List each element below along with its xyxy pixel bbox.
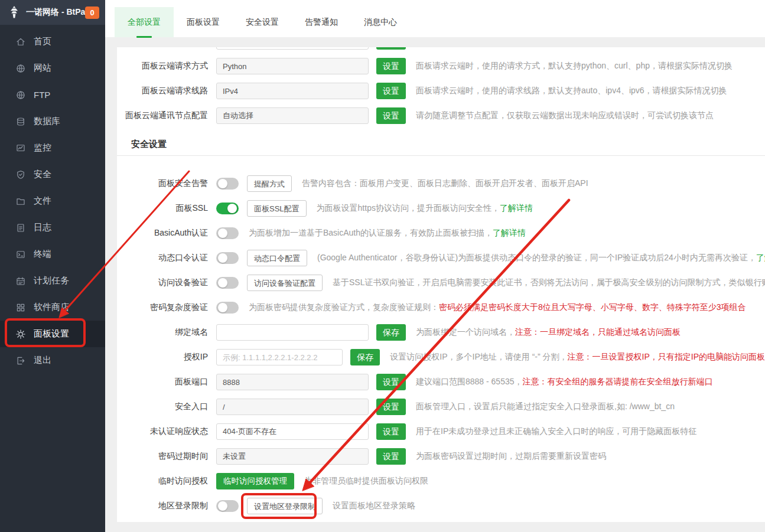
description-segment: 注意：有安全组的服务器请提前在安全组放行新端口 xyxy=(523,377,713,386)
tab-panel-settings[interactable]: 面板设置 xyxy=(174,7,233,37)
sidebar-item-cron[interactable]: 计划任务 xyxy=(0,267,105,294)
password-expire-button[interactable]: 设置 xyxy=(376,448,406,465)
sidebar: 一诺网络 - BtPa... 0 首页网站FTP数据库监控安全文件日志终端计划任… xyxy=(0,0,105,532)
row-label: 安全入口 xyxy=(117,402,208,412)
settings-row-totp-auth: 动态口令认证动态口令配置(Google Authenticator，谷歌身份认证… xyxy=(117,246,765,270)
panel-ssl-toggle[interactable] xyxy=(216,203,239,214)
sidebar-item-files[interactable]: 文件 xyxy=(0,188,105,214)
logo-bar: 一诺网络 - BtPa... 0 xyxy=(0,0,105,25)
settings-tabbar: 全部设置面板设置安全设置告警通知消息中心 xyxy=(105,0,765,37)
row-description: 为面板密码设置过期时间，过期后需要重新设置密码 xyxy=(416,451,606,462)
description-segment: 为面板设置https协议访问，提升面板访问安全性， xyxy=(317,203,500,213)
row-description: 为面板设置https协议访问，提升面板访问安全性，了解详情 xyxy=(317,203,533,214)
security-entrance-button[interactable]: 设置 xyxy=(376,399,406,415)
row-label: 访问设备验证 xyxy=(117,278,208,288)
description-segment: 为面板绑定一个访问域名， xyxy=(416,327,515,337)
device-verify-toggle[interactable] xyxy=(216,277,239,289)
description-segment: 用于在IP未成功登录过且未正确输入安全入口时的响应，可用于隐藏面板特征 xyxy=(416,426,696,436)
security-entrance-input[interactable] xyxy=(216,399,369,415)
bind-domain-input[interactable] xyxy=(216,324,369,341)
settings-row-security-alarm: 面板安全告警提醒方式告警内容包含：面板用户变更、面板日志删除、面板开启开发者、面… xyxy=(117,171,765,196)
sidebar-item-security[interactable]: 安全 xyxy=(0,161,105,188)
description-segment: 注意：一旦绑定域名，只能通过域名访问面板 xyxy=(515,327,681,337)
sidebar-item-home[interactable]: 首页 xyxy=(0,28,105,55)
learn-more-link[interactable]: 了解详情 xyxy=(756,253,765,262)
sidebar-item-appstore[interactable]: 软件商店 xyxy=(0,294,105,321)
description-segment: 面板管理入口，设置后只能通过指定安全入口登录面板,如: /www_bt_cn xyxy=(416,402,675,411)
clipped-row-input[interactable] xyxy=(216,47,369,50)
message-count-badge[interactable]: 0 xyxy=(85,6,99,19)
row-label: 面板安全告警 xyxy=(117,178,208,189)
bind-domain-button[interactable]: 保存 xyxy=(376,324,406,341)
description-segment: 面板请求云端时，使用的请求线路，默认支持auto、ipv4、ipv6，请根据实际… xyxy=(416,86,727,95)
clipped-row-button[interactable]: 设置 xyxy=(376,47,406,50)
totp-auth-button[interactable]: 动态口令配置 xyxy=(247,250,307,266)
row-description: 为面板绑定一个访问域名，注意：一旦绑定域名，只能通过域名访问面板 xyxy=(416,327,681,338)
totp-auth-toggle[interactable] xyxy=(216,252,239,264)
cloud-request-line-button[interactable]: 设置 xyxy=(376,83,406,99)
panel-port-button[interactable]: 设置 xyxy=(376,374,406,390)
settings-row-auth-ip: 授权IP保存设置访问授权IP，多个IP地址，请使用 “-” 分割，注意：一旦设置… xyxy=(117,345,765,370)
device-verify-button[interactable]: 访问设备验证配置 xyxy=(247,275,323,291)
auth-ip-button[interactable]: 保存 xyxy=(350,349,380,365)
basicauth-toggle[interactable] xyxy=(216,227,239,239)
password-expire-input[interactable] xyxy=(216,448,369,465)
sidebar-item-terminal[interactable]: 终端 xyxy=(0,241,105,267)
security-alarm-toggle[interactable] xyxy=(216,178,239,190)
sidebar-item-logout[interactable]: 退出 xyxy=(0,347,105,374)
sidebar-item-monitor[interactable]: 监控 xyxy=(0,135,105,161)
cloud-node-config-button[interactable]: 设置 xyxy=(376,107,406,124)
globe-icon xyxy=(15,63,26,74)
sidebar-item-ftp[interactable]: FTP xyxy=(0,81,105,108)
learn-more-link[interactable]: 了解详情 xyxy=(500,203,533,213)
row-label: 未认证响应状态 xyxy=(117,426,208,437)
sidebar-item-sites[interactable]: 网站 xyxy=(0,55,105,81)
area-login-limit-toggle[interactable] xyxy=(216,500,239,512)
settings-row-clipped-row: 设置 xyxy=(117,47,765,54)
cloud-request-line-input[interactable] xyxy=(216,83,369,99)
cloud-request-method-input[interactable] xyxy=(216,58,369,74)
description-segment: 为非管理员临时提供面板访问权限 xyxy=(304,476,428,485)
row-label: 地区登录限制 xyxy=(117,501,208,511)
tab-all-settings[interactable]: 全部设置 xyxy=(115,7,174,37)
toggle-knob xyxy=(218,501,227,511)
toggle-knob xyxy=(218,229,227,238)
description-segment: 为面板增加一道基于BasicAuth的认证服务，有效防止面板被扫描， xyxy=(249,228,493,237)
sidebar-item-label: 退出 xyxy=(34,355,51,366)
panel-ssl-button[interactable]: 面板SSL配置 xyxy=(247,200,307,217)
tab-alarm-notify[interactable]: 告警通知 xyxy=(292,7,351,37)
row-label: 临时访问授权 xyxy=(117,476,208,487)
temp-access-button[interactable]: 临时访问授权管理 xyxy=(216,473,294,489)
bt-panel-app: 一诺网络 - BtPa... 0 首页网站FTP数据库监控安全文件日志终端计划任… xyxy=(0,0,765,532)
row-label: 授权IP xyxy=(117,352,208,363)
description-segment: 设置面板地区登录策略 xyxy=(333,501,415,510)
sidebar-item-database[interactable]: 数据库 xyxy=(0,108,105,135)
learn-more-link[interactable]: 了解详情 xyxy=(493,228,526,237)
password-complexity-toggle[interactable] xyxy=(216,302,239,314)
row-description: 为非管理员临时提供面板访问权限 xyxy=(304,476,428,487)
cloud-request-method-button[interactable]: 设置 xyxy=(376,58,406,74)
toggle-knob xyxy=(218,179,227,188)
auth-ip-input[interactable] xyxy=(216,349,343,365)
gear-icon xyxy=(15,329,26,340)
area-login-limit-button[interactable]: 设置地区登录限制 xyxy=(247,498,323,514)
unauth-response-button[interactable]: 设置 xyxy=(376,423,406,440)
description-segment: (Google Authenticator，谷歌身份认证)为面板提供动态口令的登… xyxy=(317,253,756,262)
cloud-node-config-input[interactable] xyxy=(216,107,369,124)
sidebar-item-label: 日志 xyxy=(34,222,51,233)
row-description: 面板请求云端时，使用的请求方式，默认支持python、curl、php，请根据实… xyxy=(416,61,733,71)
description-segment: 设置访问授权IP，多个IP地址，请使用 “-” 分割， xyxy=(390,352,567,361)
sidebar-menu: 首页网站FTP数据库监控安全文件日志终端计划任务软件商店面板设置退出 xyxy=(0,28,105,374)
panel-port-input[interactable] xyxy=(216,374,369,390)
sidebar-item-panel-settings[interactable]: 面板设置 xyxy=(0,321,105,347)
row-label: 面板云端请求线路 xyxy=(117,86,208,96)
description-segment: 建议端口范围8888 - 65535， xyxy=(416,377,523,386)
tab-message-center[interactable]: 消息中心 xyxy=(351,7,410,37)
tab-security-settings[interactable]: 安全设置 xyxy=(233,7,292,37)
panel-title: 一诺网络 - BtPa... xyxy=(26,7,85,18)
database-icon xyxy=(15,116,26,127)
row-description: 面板管理入口，设置后只能通过指定安全入口登录面板,如: /www_bt_cn xyxy=(416,402,675,412)
unauth-response-input[interactable] xyxy=(216,423,369,440)
sidebar-item-logs[interactable]: 日志 xyxy=(0,214,105,241)
security-alarm-button[interactable]: 提醒方式 xyxy=(247,175,292,192)
